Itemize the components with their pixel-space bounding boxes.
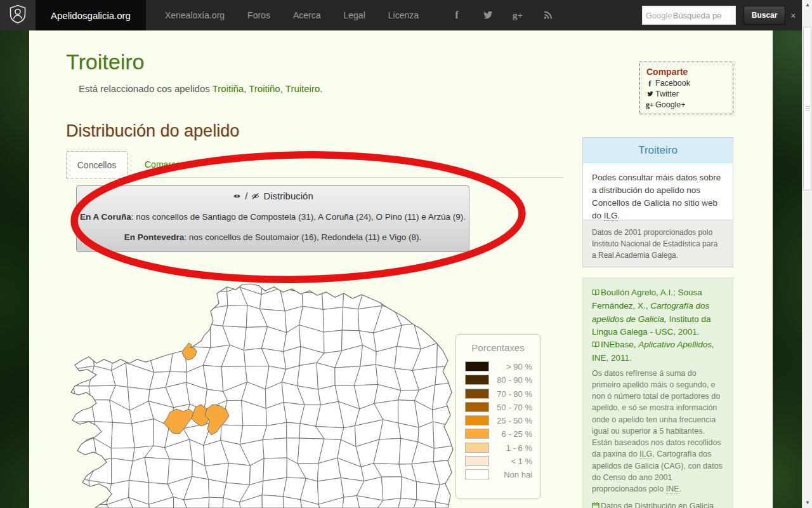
municipality-cell[interactable] — [132, 419, 154, 448]
municipality-cell[interactable] — [262, 478, 287, 497]
municipality-cell[interactable] — [302, 283, 322, 293]
municipality-cell[interactable] — [111, 422, 134, 448]
municipality-cell[interactable] — [317, 363, 335, 389]
municipality-cell[interactable] — [452, 283, 457, 292]
nav-item-apelidosgalicia[interactable]: Apelidosgalicia.org — [36, 0, 146, 30]
close-search-icon[interactable]: × — [790, 11, 796, 20]
municipality-cell[interactable] — [67, 307, 75, 325]
municipality-cell[interactable] — [73, 386, 91, 403]
municipality-cell[interactable] — [148, 324, 174, 350]
municipality-cell[interactable] — [89, 286, 115, 314]
link-ine[interactable]: INE — [666, 485, 679, 494]
nav-item-foros[interactable]: Foros — [239, 0, 278, 30]
tab-concellos[interactable]: Concellos — [66, 151, 128, 178]
municipality-cell[interactable] — [67, 448, 75, 458]
municipality-cell[interactable] — [418, 291, 436, 314]
municipality-cell[interactable] — [166, 283, 185, 293]
reference-1[interactable]: Boullón Agrelo, A.I.; Sousa Fernández, X… — [592, 286, 724, 338]
municipality-cell[interactable] — [323, 307, 343, 332]
municipality-cell[interactable] — [184, 283, 207, 293]
municipality-cell[interactable] — [74, 324, 92, 346]
tab-comarcas[interactable]: Comarcas — [145, 159, 185, 170]
municipality-cell[interactable] — [414, 314, 435, 324]
municipality-cell[interactable] — [70, 345, 94, 370]
municipality-cell[interactable] — [433, 383, 457, 410]
site-logo[interactable] — [0, 0, 36, 30]
scrollbar-thumb[interactable] — [803, 27, 811, 190]
municipality-cell[interactable] — [89, 310, 115, 331]
municipality-cell[interactable] — [209, 497, 223, 508]
search-button[interactable]: Buscar — [743, 6, 786, 25]
municipality-cell[interactable] — [108, 283, 131, 288]
municipality-cell[interactable] — [324, 330, 343, 353]
municipality-cell[interactable] — [77, 283, 95, 296]
municipality-cell[interactable] — [434, 309, 455, 328]
municipality-cell[interactable] — [169, 312, 191, 326]
share-twitter[interactable]: Twitter — [646, 89, 726, 100]
municipality-cell[interactable] — [67, 477, 75, 505]
link-ilg[interactable]: ILG — [639, 450, 652, 459]
municipality-cell[interactable] — [67, 458, 75, 486]
municipality-cell[interactable] — [72, 400, 95, 422]
municipality-cell[interactable] — [145, 457, 169, 484]
municipality-cell[interactable] — [262, 495, 284, 508]
scrollbar-up-arrow[interactable]: ▲ — [802, 0, 812, 10]
nav-item-licenza[interactable]: Licenza — [380, 0, 427, 30]
twitter-icon[interactable] — [481, 11, 494, 20]
municipality-cell[interactable] — [67, 343, 77, 372]
municipality-cell[interactable] — [287, 422, 300, 438]
municipality-cell[interactable] — [342, 307, 359, 331]
municipality-cell[interactable] — [187, 309, 211, 326]
municipality-cell[interactable] — [450, 498, 457, 508]
municipality-cell[interactable] — [114, 305, 126, 330]
municipality-cell[interactable] — [452, 286, 457, 313]
municipality-cell[interactable] — [90, 329, 114, 347]
related-link-troitiña[interactable]: Troitiña — [213, 83, 244, 94]
municipality-cell[interactable] — [147, 287, 169, 312]
rss-icon[interactable] — [542, 11, 554, 20]
municipality-cell[interactable] — [434, 286, 452, 314]
related-link-truiteiro[interactable]: Truiteiro — [285, 83, 320, 94]
hide-eye-slash-icon[interactable] — [251, 192, 260, 200]
municipality-cell[interactable] — [75, 286, 95, 310]
search-input[interactable] — [673, 6, 735, 24]
municipality-cell[interactable] — [148, 312, 172, 324]
municipality-cell[interactable] — [67, 370, 73, 391]
facebook-icon[interactable]: f — [450, 9, 463, 22]
google-plus-icon[interactable]: g+ — [511, 10, 524, 21]
municipality-cell[interactable] — [67, 283, 77, 296]
nav-item-xenealoxaorg[interactable]: Xenealoxía.org — [157, 0, 233, 30]
municipality-cell[interactable] — [67, 504, 78, 508]
municipality-cell[interactable] — [67, 291, 77, 309]
municipality-cell[interactable] — [126, 324, 148, 350]
municipality-cell[interactable] — [67, 421, 72, 449]
municipality-cell[interactable] — [147, 283, 168, 289]
related-link-troitiño[interactable]: Troitiño — [249, 83, 280, 94]
municipality-cell[interactable] — [184, 291, 207, 312]
municipality-cell[interactable] — [337, 283, 363, 292]
share-facebook[interactable]: fFacebook — [646, 78, 726, 89]
municipality-cell[interactable] — [226, 463, 251, 485]
municipality-cell[interactable] — [74, 307, 90, 331]
ilg-link[interactable]: ILG — [604, 211, 618, 221]
municipality-cell[interactable] — [91, 400, 112, 423]
municipality-cell[interactable] — [69, 504, 92, 508]
municipality-cell[interactable] — [126, 287, 150, 312]
municipality-cell[interactable] — [126, 305, 150, 330]
scrollbar-down-arrow[interactable]: ▼ — [802, 498, 812, 508]
municipality-cell[interactable] — [69, 438, 98, 462]
municipality-cell[interactable] — [108, 287, 126, 314]
nav-item-acerca[interactable]: Acerca — [285, 0, 329, 30]
municipality-cell[interactable] — [373, 283, 400, 295]
show-eye-icon[interactable] — [232, 192, 242, 200]
nav-item-legal[interactable]: Legal — [335, 0, 373, 30]
municipality-cell[interactable] — [431, 283, 452, 291]
municipality-cell[interactable] — [394, 292, 421, 314]
municipality-cell[interactable] — [92, 283, 112, 288]
municipality-cell[interactable] — [297, 363, 318, 389]
municipality-cell[interactable] — [263, 458, 287, 481]
galicia-municipalities-map[interactable] — [67, 283, 457, 508]
municipality-cell[interactable] — [69, 477, 92, 505]
municipality-cell[interactable] — [317, 283, 344, 293]
municipality-cell[interactable] — [379, 420, 401, 439]
